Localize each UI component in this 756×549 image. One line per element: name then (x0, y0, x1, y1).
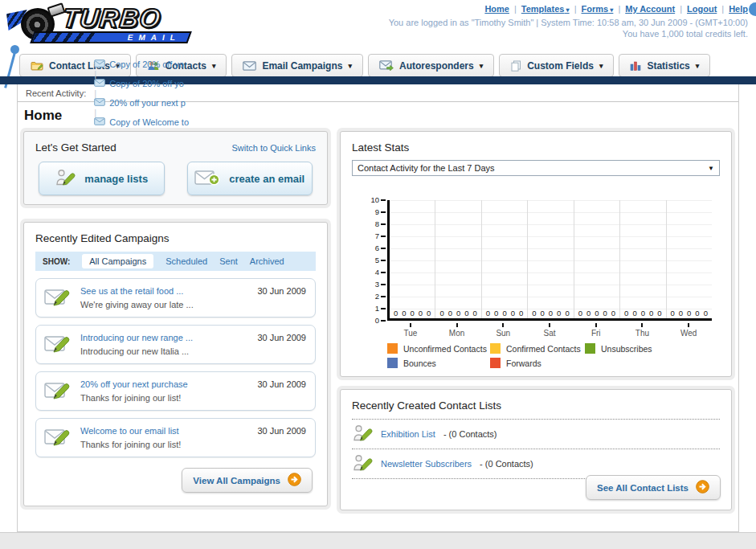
header-link-logout[interactable]: Logout (687, 4, 717, 14)
envelope-pencil-icon (44, 380, 72, 403)
chart-day-group: 00000 (528, 200, 574, 318)
tab-label: Custom Fields (527, 60, 594, 72)
x-axis-label-text: Fri (573, 329, 619, 338)
contact-lists-title: Recently Created Contact Lists (352, 399, 720, 412)
x-axis-label: Mon (434, 323, 480, 338)
campaign-subtitle: Introducing our new Italia ... (80, 345, 193, 358)
filter-scheduled[interactable]: Scheduled (166, 256, 207, 266)
data-value: 0 (394, 309, 398, 318)
header-links: Home|Templates ▾|Forms ▾|My Account|Logo… (484, 4, 748, 14)
help-bubble-icon[interactable] (749, 2, 756, 16)
turbo-email-logo: TURBO EMAIL (5, 2, 198, 45)
person-pencil-icon (352, 424, 373, 444)
legend-item-confirmed-contacts: Confirmed Contacts (490, 343, 585, 354)
data-value: 0 (464, 309, 468, 318)
tab-autoresponders[interactable]: Autoresponders▾ (368, 54, 494, 77)
legend-swatch (585, 343, 595, 354)
chevron-down-icon: ▾ (608, 6, 613, 14)
separator: | (680, 4, 682, 14)
data-value: 0 (494, 309, 498, 318)
create-an-email-button[interactable]: create an email (187, 162, 313, 195)
x-axis-label-text: Sat (526, 329, 573, 338)
y-axis-tick (381, 272, 386, 273)
tab-custom-fields[interactable]: Custom Fields▾ (499, 54, 614, 77)
data-value: 0 (402, 309, 406, 318)
legend-swatch (387, 358, 398, 368)
recent-activity-link[interactable]: Copy of 20% off yo (109, 79, 184, 88)
campaign-row[interactable]: See us at the retail food ...We're givin… (35, 278, 316, 318)
legend-swatch (387, 343, 398, 354)
view-all-campaigns-label: View All Campaigns (193, 476, 280, 485)
header-link-forms[interactable]: Forms ▾ (582, 4, 614, 14)
data-value: 0 (502, 309, 506, 318)
filter-all-campaigns[interactable]: All Campaigns (82, 254, 153, 268)
chart-zero-values: 00000 (435, 309, 480, 318)
legend-label: Forwards (506, 358, 541, 368)
header: TURBO EMAIL Home|Templates ▾|Forms ▾|My … (0, 0, 756, 53)
campaign-row[interactable]: Welcome to our email listThanks for join… (35, 418, 316, 457)
contact-list-link[interactable]: Exhibition List (381, 429, 435, 439)
pages-icon (510, 60, 521, 72)
data-value: 0 (624, 309, 628, 318)
campaign-row[interactable]: 20% off your next purchaseThanks for joi… (35, 371, 316, 411)
campaigns-filter-bar: SHOW: All CampaignsScheduledSentArchived (35, 252, 316, 271)
campaign-title-link[interactable]: Introducing our new range ... (80, 333, 193, 342)
legend-item-forwards: Forwards (490, 358, 585, 368)
tab-email-campaigns[interactable]: Email Campaigns▾ (231, 54, 363, 77)
recent-activity-link[interactable]: Copy of 20% off yo (109, 59, 184, 69)
campaign-text: Welcome to our email listThanks for join… (80, 424, 181, 451)
separator: | (514, 4, 517, 14)
campaign-row[interactable]: Introducing our new range ...Introducing… (35, 325, 316, 364)
legend-label: Bounces (403, 358, 436, 368)
data-value: 0 (649, 309, 653, 318)
see-all-contact-lists-button[interactable]: See All Contact Lists (586, 475, 721, 500)
campaign-subtitle: We're giving away our late ... (80, 298, 194, 312)
legend-label: Unconfirmed Contacts (403, 344, 487, 354)
chart-day-group: 00000 (482, 200, 528, 318)
contact-list-link[interactable]: Newsletter Subscribers (381, 459, 472, 469)
campaign-date: 30 Jun 2009 (257, 286, 306, 296)
y-axis-tick (381, 236, 386, 237)
campaign-text: See us at the retail food ...We're givin… (80, 285, 194, 311)
y-axis-label: 8 (352, 219, 379, 228)
tab-statistics[interactable]: Statistics▾ (619, 54, 710, 77)
x-axis-tick (502, 323, 504, 327)
data-value: 0 (532, 309, 536, 318)
tab-label: Statistics (647, 60, 689, 72)
button-label: manage lists (84, 173, 148, 185)
envelope-pencil-icon (44, 427, 72, 449)
envelope-icon (243, 61, 256, 71)
data-value: 0 (473, 309, 477, 318)
envelope-small-icon (94, 59, 105, 69)
data-value: 0 (695, 309, 699, 318)
header-link-templates[interactable]: Templates ▾ (521, 4, 570, 14)
filter-sent[interactable]: Sent (219, 256, 238, 266)
x-axis-label-text: Sun (480, 329, 526, 338)
chart-day-group: 00000 (667, 200, 712, 318)
campaign-title-link[interactable]: 20% off your next purchase (80, 379, 188, 389)
view-all-campaigns-button[interactable]: View All Campaigns (182, 468, 313, 493)
chevron-down-icon: ▾ (696, 62, 700, 70)
y-axis-label: 7 (352, 231, 379, 240)
y-axis-tick (381, 223, 386, 225)
y-axis-tick (381, 296, 386, 297)
x-axis-label: Wed (665, 323, 712, 338)
campaign-title-link[interactable]: See us at the retail food ... (80, 286, 183, 296)
header-link-help[interactable]: Help (729, 4, 748, 14)
chart-day-group: 00000 (390, 200, 435, 318)
x-axis-tick (688, 323, 689, 327)
manage-lists-button[interactable]: manage lists (39, 162, 165, 195)
campaign-title-link[interactable]: Welcome to our email list (80, 426, 179, 436)
chevron-down-icon: ▾ (212, 62, 216, 70)
header-link-home[interactable]: Home (484, 4, 509, 14)
data-value: 0 (439, 309, 443, 318)
y-axis-tick (381, 248, 386, 249)
x-axis-tick (595, 323, 597, 327)
header-link-my-account[interactable]: My Account (625, 4, 675, 14)
chevron-down-icon: ▾ (564, 6, 569, 14)
person-pencil-icon (55, 169, 76, 189)
filter-archived[interactable]: Archived (250, 256, 284, 266)
contact-list-count: - (0 Contacts) (443, 429, 497, 439)
switch-quick-links-link[interactable]: Switch to Quick Links (231, 143, 316, 153)
stats-period-dropdown[interactable]: Contact Activity for the Last 7 Days ▼ (352, 160, 720, 176)
